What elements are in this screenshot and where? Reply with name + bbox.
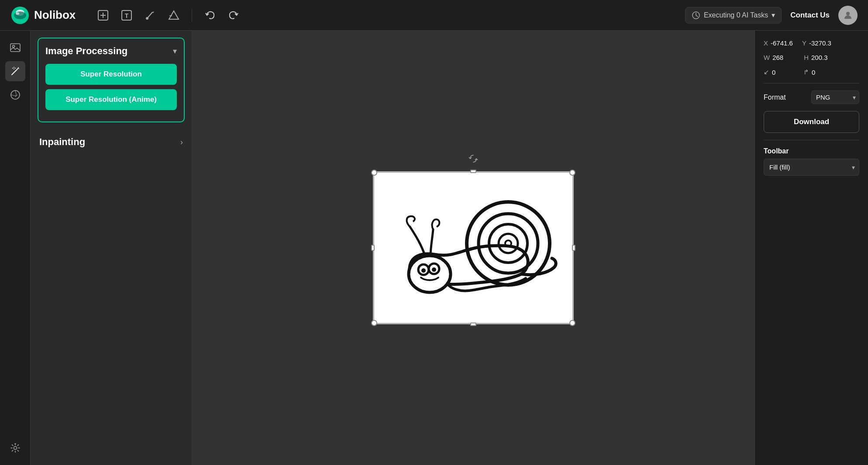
svg-point-13 [846,12,850,15]
handle-top-left[interactable] [371,170,377,176]
toolbar-icons: T [93,5,685,25]
canvas-area[interactable] [192,31,754,465]
format-row: Format PNG JPG WebP SVG [764,90,859,104]
x-label: X [764,39,768,47]
format-label: Format [764,94,786,101]
snail-illustration [382,178,565,318]
svg-point-27 [409,256,451,292]
w-label: W [764,54,770,61]
toolbar-section-label: Toolbar [764,147,859,155]
image-processing-header[interactable]: Image Processing ▾ [45,45,177,57]
y-value: -3270.3 [809,39,835,47]
inpainting-title: Inpainting [39,136,85,148]
toolbar-select-wrapper: Fill (fill) Stroke Opacity [764,159,859,176]
x-coord: X -6741.6 [764,39,797,47]
image-processing-title: Image Processing [45,45,127,57]
svg-marker-10 [169,11,179,19]
angle-coord: ↙ 0 [764,68,798,76]
super-resolution-button[interactable]: Super Resolution [45,64,177,85]
right-panel: X -6741.6 Y -3270.3 W 268 H 200.3 ↙ 0 [754,31,868,465]
sidebar-item-ball[interactable] [5,85,25,105]
app-header: Nolibox T [0,0,868,31]
handle-middle-left[interactable] [371,245,375,251]
svg-point-25 [499,234,518,253]
w-value: 268 [772,54,799,61]
brush-button[interactable] [140,5,160,25]
svg-point-9 [146,17,148,20]
xy-coords-row: X -6741.6 Y -3270.3 [764,39,859,47]
corner-value: 0 [812,69,838,76]
rotate-handle[interactable] [468,154,478,163]
handle-bottom-left[interactable] [371,320,377,326]
toolbar-section: Toolbar Fill (fill) Stroke Opacity [764,147,859,176]
ai-tasks-indicator[interactable]: Executing 0 AI Tasks ▾ [685,7,782,24]
add-button[interactable] [93,5,113,25]
user-avatar[interactable] [838,6,858,25]
format-select[interactable]: PNG JPG WebP SVG [811,90,859,104]
angle-label: ↙ [764,68,769,76]
image-processing-chevron: ▾ [173,46,177,56]
svg-point-3 [16,12,19,15]
handle-bottom-center[interactable] [470,323,476,326]
ai-tasks-label: Executing 0 AI Tasks [704,11,768,19]
shape-button[interactable] [164,5,184,25]
h-value: 200.3 [811,54,837,61]
svg-point-21 [14,447,17,450]
svg-rect-14 [10,44,20,52]
svg-point-2 [14,11,26,19]
side-panel: Image Processing ▾ Super Resolution Supe… [31,31,192,465]
main-content: Image Processing ▾ Super Resolution Supe… [0,31,868,465]
sidebar-item-image[interactable] [5,38,25,58]
inpainting-section[interactable]: Inpainting › [38,131,185,153]
format-select-wrapper: PNG JPG WebP SVG [811,90,859,104]
svg-point-30 [421,268,426,273]
selected-image-container[interactable] [373,171,574,324]
y-label: Y [802,39,806,47]
ai-tasks-chevron: ▾ [772,11,775,19]
app-name: Nolibox [34,8,76,22]
svg-point-31 [432,267,436,272]
toolbar-separator [192,9,192,22]
wh-coords-row: W 268 H 200.3 [764,54,859,61]
header-right: Executing 0 AI Tasks ▾ Contact Us [685,6,858,25]
clock-icon [692,11,700,20]
contact-us-button[interactable]: Contact Us [790,11,830,20]
h-coord: H 200.3 [804,54,837,61]
canvas-image [373,171,574,324]
handle-middle-right[interactable] [572,245,575,251]
corner-label: ↱ [803,68,809,76]
divider-2 [764,140,859,140]
h-label: H [804,54,809,61]
x-value: -6741.6 [771,39,797,47]
handle-top-right[interactable] [569,170,575,176]
image-processing-section: Image Processing ▾ Super Resolution Supe… [38,38,185,122]
settings-button[interactable] [5,438,25,458]
corner-coord: ↱ 0 [803,68,838,76]
handle-top-center[interactable] [470,170,476,173]
divider-1 [764,83,859,83]
inpainting-chevron: › [180,138,183,147]
handle-bottom-right[interactable] [569,320,575,326]
svg-text:T: T [125,12,129,19]
download-button[interactable]: Download [764,111,859,133]
logo-area: Nolibox [10,6,76,25]
logo-icon [10,6,30,25]
y-coord: Y -3270.3 [802,39,835,47]
angle-coords-row: ↙ 0 ↱ 0 [764,68,859,76]
angle-value: 0 [772,69,798,76]
redo-button[interactable] [224,5,244,25]
left-sidebar [0,31,31,465]
super-resolution-anime-button[interactable]: Super Resolution (Anime) [45,89,177,110]
svg-point-24 [489,224,527,263]
undo-button[interactable] [200,5,220,25]
toolbar-fill-select[interactable]: Fill (fill) Stroke Opacity [764,159,859,176]
w-coord: W 268 [764,54,799,61]
sidebar-item-magic[interactable] [5,61,25,81]
svg-point-15 [12,45,14,48]
text-button[interactable]: T [117,5,137,25]
